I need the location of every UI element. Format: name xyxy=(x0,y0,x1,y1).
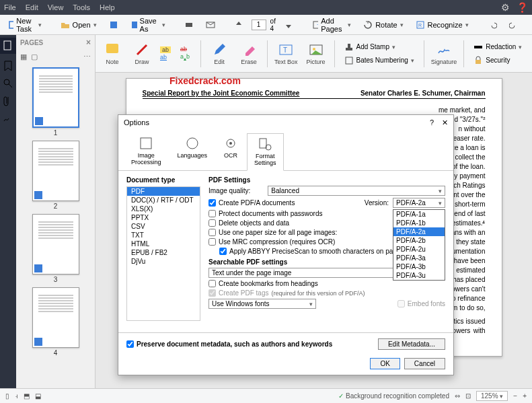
tab-format-settings[interactable]: Format Settings xyxy=(247,133,284,171)
doc-type-txt[interactable]: TXT xyxy=(127,231,200,240)
version-opt-2a[interactable]: PDF/A-2a xyxy=(393,227,445,236)
rotate-button[interactable]: Rotate▾ xyxy=(359,18,407,32)
page-input[interactable] xyxy=(252,20,266,30)
dialog-help-icon[interactable]: ? xyxy=(430,118,434,127)
prev-page-button[interactable] xyxy=(230,18,248,32)
page-thumb-4[interactable] xyxy=(32,287,79,348)
version-opt-3u[interactable]: PDF/A-3u xyxy=(393,271,445,280)
doc-type-pptx[interactable]: PPTX xyxy=(127,213,200,222)
ok-button[interactable]: OK xyxy=(370,358,400,369)
print-button[interactable] xyxy=(180,18,198,32)
doc-type-html[interactable]: HTML xyxy=(127,240,200,248)
fit-page-icon[interactable]: ⊡ xyxy=(465,392,471,400)
version-opt-3a[interactable]: PDF/A-3a xyxy=(393,254,445,262)
version-opt-1a[interactable]: PDF/A-1a xyxy=(393,210,445,219)
new-task-button[interactable]: New Task▾ xyxy=(4,15,46,35)
one-paper-checkbox[interactable] xyxy=(208,229,216,236)
menu-edit[interactable]: Edit xyxy=(26,3,38,11)
add-pages-button[interactable]: + Add Pages▾ xyxy=(308,15,355,35)
undo-icon xyxy=(488,20,497,30)
doc-type-xls[interactable]: XLS(X) xyxy=(127,205,200,213)
doc-type-list[interactable]: PDF DOC(X) / RTF / ODT XLS(X) PPTX CSV T… xyxy=(126,186,200,321)
tab-image-processing[interactable]: Image Processing xyxy=(124,133,169,170)
fonts-select[interactable]: Use Windows fonts▾ xyxy=(208,299,316,309)
underline-tool[interactable]: ab xyxy=(160,54,174,61)
page-thumb-1[interactable] xyxy=(32,67,79,128)
zoom-out-button[interactable]: − xyxy=(513,392,517,400)
undo-button[interactable] xyxy=(484,18,501,32)
zoom-level[interactable]: 125% ▾ xyxy=(476,391,508,401)
view-mode-1-icon[interactable]: ▯ xyxy=(5,392,9,400)
security-button[interactable]: Security xyxy=(471,54,525,67)
tab-languages[interactable]: Languages xyxy=(170,133,215,170)
strikeout-tool[interactable]: ab xyxy=(180,46,194,52)
delete-objects-checkbox[interactable] xyxy=(208,219,216,227)
thumb-large-icon[interactable]: ▢ xyxy=(31,52,38,61)
preserve-metadata-checkbox[interactable] xyxy=(126,340,134,348)
doc-type-doc[interactable]: DOC(X) / RTF / ODT xyxy=(127,196,200,205)
view-mode-3-icon[interactable]: ⬒ xyxy=(24,392,30,400)
version-opt-1b[interactable]: PDF/A-1b xyxy=(393,219,445,227)
view-mode-4-icon[interactable]: ⬓ xyxy=(35,392,41,400)
doc-type-csv[interactable]: CSV xyxy=(127,222,200,231)
dialog-close-icon[interactable]: ✕ xyxy=(442,118,448,127)
redaction-button[interactable]: Redaction▾ xyxy=(471,41,525,53)
settings-icon[interactable]: ⚙ xyxy=(501,2,510,13)
page-thumb-2[interactable] xyxy=(32,141,79,201)
thumb-small-icon[interactable]: ▦ xyxy=(20,52,27,61)
version-opt-3b[interactable]: PDF/A-3b xyxy=(393,262,445,271)
zoom-in-button[interactable]: + xyxy=(523,392,527,400)
menu-file[interactable]: File xyxy=(4,3,16,11)
page-thumb-3[interactable] xyxy=(32,214,79,274)
protect-checkbox[interactable] xyxy=(208,210,216,217)
view-mode-2-icon[interactable]: ⫞ xyxy=(15,392,18,400)
erase-tool[interactable]: Erase xyxy=(237,42,260,65)
attachment-icon[interactable] xyxy=(3,96,13,106)
svg-rect-3 xyxy=(186,23,192,27)
mrc-checkbox[interactable] xyxy=(208,238,216,246)
doc-type-djvu[interactable]: DjVu xyxy=(127,257,200,266)
add-stamp-button[interactable]: Add Stamp▾ xyxy=(342,41,417,53)
email-button[interactable] xyxy=(202,18,219,32)
doc-type-pdf[interactable]: PDF xyxy=(127,187,200,196)
version-opt-2u[interactable]: PDF/A-2u xyxy=(393,245,445,254)
version-opt-2b[interactable]: PDF/A-2b xyxy=(393,236,445,245)
draw-tool[interactable]: Draw xyxy=(130,42,153,65)
doc-type-label: Document type xyxy=(126,176,200,184)
menu-view[interactable]: View xyxy=(48,3,64,11)
tab-ocr[interactable]: OCR xyxy=(216,133,245,170)
pages-icon[interactable] xyxy=(0,38,16,54)
edit-metadata-button[interactable]: Edit Metadata... xyxy=(378,338,445,350)
create-pdfa-checkbox[interactable] xyxy=(208,199,216,207)
bookmarks-checkbox[interactable] xyxy=(208,280,216,287)
bookmark-icon[interactable] xyxy=(3,61,13,71)
textbox-tool[interactable]: TText Box xyxy=(274,42,298,65)
save-as-button[interactable]: Save As▾ xyxy=(126,15,169,35)
version-dropdown[interactable]: PDF/A-1a PDF/A-1b PDF/A-2a PDF/A-2b PDF/… xyxy=(393,209,445,281)
next-page-button[interactable] xyxy=(280,18,297,32)
bates-button[interactable]: Bates Numbering▾ xyxy=(342,54,417,67)
search-icon[interactable] xyxy=(3,78,13,89)
cancel-button[interactable]: Cancel xyxy=(404,358,445,369)
doc-type-epub[interactable]: EPUB / FB2 xyxy=(127,248,200,257)
version-select[interactable]: PDF/A-2a▾ xyxy=(393,198,445,208)
precisescan-checkbox[interactable] xyxy=(219,248,227,255)
signature-sidebar-icon[interactable] xyxy=(3,113,13,124)
options-dialog: Options ? ✕ Image Processing Languages O… xyxy=(118,114,454,375)
menu-tools[interactable]: Tools xyxy=(73,3,90,11)
save-button[interactable] xyxy=(105,18,122,32)
image-quality-select[interactable]: Balanced▾ xyxy=(268,186,445,196)
fit-width-icon[interactable]: ⇔ xyxy=(455,392,460,400)
open-button[interactable]: Open▾ xyxy=(56,18,101,32)
menu-help[interactable]: Help xyxy=(100,3,115,11)
redo-button[interactable] xyxy=(505,18,523,32)
insert-text-tool[interactable]: a▴b xyxy=(180,53,194,62)
recognize-button[interactable]: R Recognize▾ xyxy=(412,18,473,32)
edit-tool[interactable]: Edit xyxy=(208,42,231,65)
help-icon[interactable]: ❓ xyxy=(517,2,528,13)
pages-panel-close[interactable]: × xyxy=(86,38,91,47)
picture-tool[interactable]: Picture xyxy=(305,42,328,65)
highlight-tool[interactable]: ab xyxy=(160,46,174,53)
signature-tool[interactable]: Signature xyxy=(431,42,457,65)
note-tool[interactable]: Note xyxy=(101,42,124,65)
